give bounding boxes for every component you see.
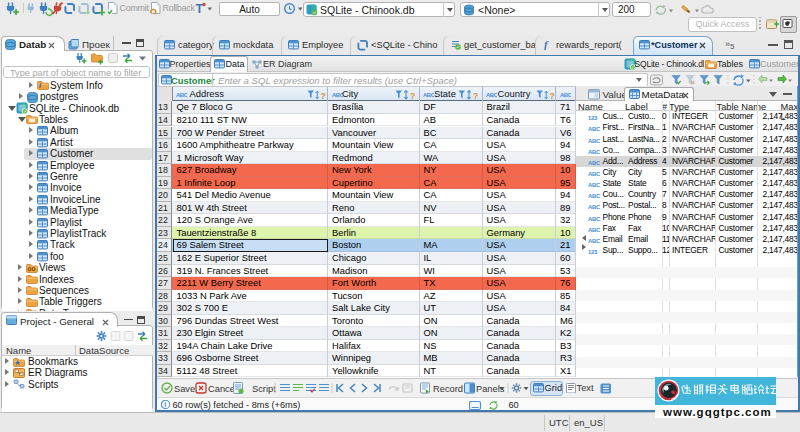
svg-text:?: ? — [321, 90, 326, 100]
svg-text:f: f — [544, 38, 549, 50]
svg-text:ABC: ABC — [486, 92, 497, 98]
svg-text:Cancel: Cancel — [208, 384, 237, 394]
svg-text:ABC: ABC — [332, 92, 343, 98]
svg-text:?: ? — [410, 90, 415, 100]
svg-text:Commit: Commit — [120, 3, 150, 13]
svg-text:?: ? — [549, 90, 554, 100]
svg-text:oo: oo — [28, 265, 36, 272]
svg-text:Save: Save — [174, 384, 195, 394]
svg-text:ABC: ABC — [560, 92, 571, 98]
svg-text:i: i — [164, 401, 166, 408]
svg-text:Record: Record — [433, 384, 463, 394]
svg-text:Script: Script — [252, 384, 276, 394]
svg-text:ABC: ABC — [176, 92, 187, 98]
svg-text:?: ? — [473, 90, 478, 100]
svg-text:Rollback: Rollback — [163, 3, 196, 13]
svg-text:ABC: ABC — [423, 92, 434, 98]
svg-text:T: T — [196, 2, 204, 16]
